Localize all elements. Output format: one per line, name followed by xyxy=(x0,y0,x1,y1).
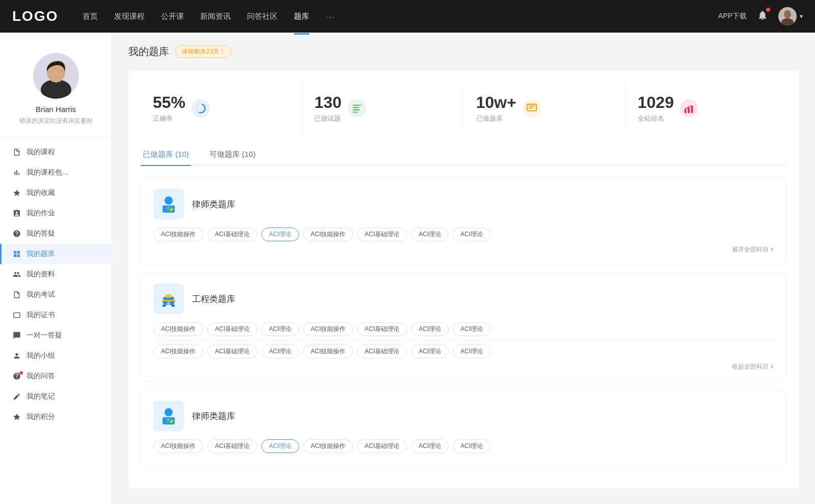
nav-more[interactable]: ··· xyxy=(325,10,335,23)
tag[interactable]: ACI理论 xyxy=(453,322,491,336)
tag[interactable]: ACI理论 xyxy=(261,345,299,358)
menu-my-group[interactable]: 我的小组 xyxy=(0,346,112,366)
stat-label-accuracy: 正确率 xyxy=(153,114,185,123)
tag[interactable]: ACI基础理论 xyxy=(357,345,407,358)
tag[interactable]: ACI技能操作 xyxy=(303,439,353,453)
menu-1on1-qa[interactable]: 一对一答疑 xyxy=(0,325,112,346)
sidebar-menu: 我的课程 我的课程包... 我的收藏 我的作业 我的答疑 我的题库 xyxy=(0,138,112,431)
menu-label: 我的笔记 xyxy=(26,392,55,401)
menu-certificate[interactable]: 我的证书 xyxy=(0,305,112,325)
medal-icon xyxy=(12,412,21,422)
menu-my-course[interactable]: 我的课程 xyxy=(0,142,112,162)
bank-card-lawyer-2: 律师类题库 ACI技能操作 ACI基础理论 ACI理论 ACI技能操作 ACI基… xyxy=(141,390,786,468)
nav-discover[interactable]: 发现课程 xyxy=(114,10,145,23)
main-nav: 首页 发现课程 公开课 新闻资讯 问答社区 题库 ··· xyxy=(83,10,718,23)
stat-accuracy: 55% 正确率 xyxy=(141,83,302,133)
svg-point-27 xyxy=(167,302,170,305)
app-download-button[interactable]: APP下载 xyxy=(718,12,747,21)
certificate-icon xyxy=(12,311,21,320)
menu-label: 我的题库 xyxy=(26,249,55,259)
stat-value-rank: 1029 xyxy=(638,93,674,112)
tag[interactable]: ACI理论 xyxy=(411,345,449,358)
menu-label: 我的资料 xyxy=(26,270,55,279)
main-content: 我的题库 体验剩余23天！ 55% 正确率 xyxy=(112,33,815,504)
tag[interactable]: ACI理论 xyxy=(261,322,299,336)
lawyer2-tags-row: ACI技能操作 ACI基础理论 ACI理论 ACI技能操作 ACI基础理论 AC… xyxy=(153,439,774,453)
bank-card-engineering: 工程类题库 ACI技能操作 ACI基础理论 ACI理论 ACI技能操作 ACI基… xyxy=(141,273,786,382)
header-avatar xyxy=(778,7,797,25)
tab-done-banks[interactable]: 已做题库 (10) xyxy=(141,146,191,165)
svg-rect-14 xyxy=(528,105,535,106)
tag[interactable]: ACI基础理论 xyxy=(357,322,407,336)
menu-exam[interactable]: 我的考试 xyxy=(0,285,112,305)
menu-course-package[interactable]: 我的课程包... xyxy=(0,162,112,183)
question-badge xyxy=(19,371,23,375)
engineering-bank-icon xyxy=(153,284,184,314)
nav-home[interactable]: 首页 xyxy=(83,10,98,23)
engineering-collapse-link[interactable]: 收起全部科目 > xyxy=(153,362,774,371)
tag-active[interactable]: ACI理论 xyxy=(261,228,299,241)
tag[interactable]: ACI基础理论 xyxy=(207,345,257,358)
menu-label: 我的收藏 xyxy=(26,188,55,198)
nav-news[interactable]: 新闻资讯 xyxy=(200,10,231,23)
tag[interactable]: ACI理论 xyxy=(453,345,491,358)
engineering-divider xyxy=(153,340,774,341)
bank-header-lawyer-2: 律师类题库 xyxy=(153,401,774,431)
pen-icon xyxy=(12,392,21,401)
header: LOGO 首页 发现课程 公开课 新闻资讯 问答社区 题库 ··· APP下载 … xyxy=(0,0,815,33)
lawyer2-bank-name: 律师类题库 xyxy=(192,410,235,422)
stat-label-rank: 全站排名 xyxy=(638,114,674,123)
group-icon xyxy=(12,351,21,360)
engineering-tags-row-2: ACI技能操作 ACI基础理论 ACI理论 ACI技能操作 ACI基础理论 AC… xyxy=(153,345,774,358)
stat-label-done: 已做试题 xyxy=(314,114,341,123)
menu-label: 我的作业 xyxy=(26,209,55,218)
grid-icon xyxy=(12,249,21,259)
tag[interactable]: ACI理论 xyxy=(411,439,449,453)
tag[interactable]: ACI技能操作 xyxy=(153,439,203,453)
menu-my-questions[interactable]: 我的问答 xyxy=(0,366,112,386)
tag[interactable]: ACI基础理论 xyxy=(357,439,407,453)
star-icon xyxy=(12,188,21,198)
menu-homework[interactable]: 我的作业 xyxy=(0,203,112,223)
svg-rect-11 xyxy=(352,109,360,110)
tag[interactable]: ACI技能操作 xyxy=(303,345,353,358)
tag[interactable]: ACI技能操作 xyxy=(303,228,353,241)
menu-qa[interactable]: 我的答疑 xyxy=(0,223,112,244)
tag[interactable]: ACI基础理论 xyxy=(207,322,257,336)
bank-header-engineering: 工程类题库 xyxy=(153,284,774,314)
tag[interactable]: ACI技能操作 xyxy=(153,322,203,336)
notification-button[interactable] xyxy=(757,10,768,23)
tag-active[interactable]: ACI理论 xyxy=(261,439,299,453)
nav-question-bank[interactable]: 题库 xyxy=(294,10,309,23)
tag[interactable]: ACI基础理论 xyxy=(207,228,257,241)
lawyer-expand-link[interactable]: 展开全部科目 > xyxy=(153,245,774,254)
tag[interactable]: ACI基础理论 xyxy=(357,228,407,241)
lawyer2-bank-icon xyxy=(153,401,184,431)
menu-label: 我的课程 xyxy=(26,148,55,157)
tag[interactable]: ACI理论 xyxy=(411,228,449,241)
header-right: APP下载 ▾ xyxy=(718,7,803,25)
menu-question-bank[interactable]: 我的题库 xyxy=(0,244,112,264)
bank-card-lawyer: 律师类题库 ACI技能操作 ACI基础理论 ACI理论 ACI技能操作 ACI基… xyxy=(141,178,786,265)
tag[interactable]: ACI基础理论 xyxy=(207,439,257,453)
menu-favorites[interactable]: 我的收藏 xyxy=(0,183,112,203)
menu-label: 我的证书 xyxy=(26,311,55,320)
menu-my-points[interactable]: 我的积分 xyxy=(0,407,112,427)
menu-my-notes[interactable]: 我的笔记 xyxy=(0,386,112,407)
tag[interactable]: ACI理论 xyxy=(453,439,491,453)
stats-row: 55% 正确率 130 已做试题 xyxy=(141,83,786,133)
tag[interactable]: ACI理论 xyxy=(453,228,491,241)
tab-available-banks[interactable]: 可做题库 (10) xyxy=(207,146,258,165)
tag[interactable]: ACI理论 xyxy=(411,322,449,336)
nav-open-course[interactable]: 公开课 xyxy=(161,10,184,23)
nav-qa[interactable]: 问答社区 xyxy=(247,10,278,23)
tag[interactable]: ACI技能操作 xyxy=(153,345,203,358)
user-avatar-button[interactable]: ▾ xyxy=(778,7,803,25)
svg-rect-10 xyxy=(352,107,359,108)
file-icon xyxy=(12,148,21,157)
svg-rect-24 xyxy=(166,294,171,297)
tag[interactable]: ACI技能操作 xyxy=(303,322,353,336)
profile-section: Brian Harris 错误的决定比没有决定要好 xyxy=(0,43,112,138)
tag[interactable]: ACI技能操作 xyxy=(153,228,203,241)
menu-my-data[interactable]: 我的资料 xyxy=(0,264,112,285)
